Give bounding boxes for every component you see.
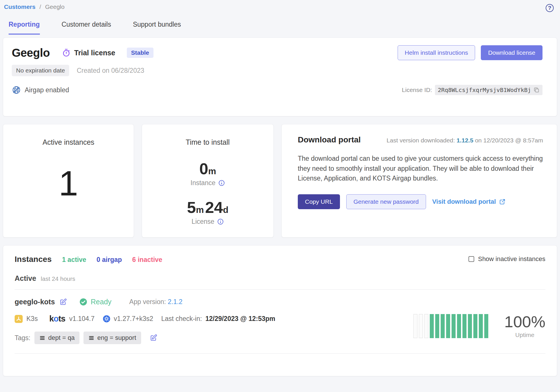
uptime-bar-empty xyxy=(413,314,417,338)
uptime-bar-filled xyxy=(446,314,450,338)
license-type-label: Trial license xyxy=(74,49,115,57)
instance-info-icon[interactable] xyxy=(218,180,225,186)
active-instances-card: Active instances 1 xyxy=(3,124,134,238)
airgap-globe-icon xyxy=(12,85,21,95)
trial-license-icon xyxy=(62,48,71,57)
tab-bar: Reporting Customer details Support bundl… xyxy=(9,21,560,35)
top-header: Customers / Geeglo ? xyxy=(0,0,560,12)
download-portal-title: Download portal xyxy=(298,135,361,144)
license-info-icon[interactable] xyxy=(217,218,224,225)
copy-icon[interactable] xyxy=(533,87,540,93)
uptime-bars xyxy=(413,314,488,338)
help-icon[interactable]: ? xyxy=(546,4,554,12)
uptime-bar-filled xyxy=(452,314,456,338)
last-version-downloaded: Last version downloaded: 1.12.5 on 12/20… xyxy=(386,137,543,144)
show-inactive-checkbox[interactable] xyxy=(468,256,474,262)
edit-tags-icon[interactable] xyxy=(150,334,157,342)
instance-status: Ready xyxy=(91,298,111,306)
instance-time-label: Instance xyxy=(190,179,215,187)
tag-badge: eng = support xyxy=(83,332,141,344)
show-inactive-label: Show inactive instances xyxy=(478,255,545,263)
active-count[interactable]: 1 active xyxy=(62,256,86,264)
time-to-install-card: Time to install 0m Instance 5m 24d Licen… xyxy=(142,124,274,238)
divider xyxy=(15,353,545,354)
ready-check-icon xyxy=(79,298,87,306)
helm-install-button[interactable]: Helm install instructions xyxy=(398,45,475,60)
uptime-bar-filled xyxy=(462,314,466,338)
uptime-bar-filled xyxy=(430,314,434,338)
expiration-badge: No expiration date xyxy=(12,65,69,76)
uptime-bar-filled xyxy=(457,314,461,338)
instance-install-time: 0m xyxy=(142,161,273,177)
tab-customer-details[interactable]: Customer details xyxy=(62,21,111,35)
license-time-label: License xyxy=(192,218,214,226)
active-section-range: last 24 hours xyxy=(41,275,75,282)
tab-support-bundles[interactable]: Support bundles xyxy=(133,21,181,35)
visit-download-portal-link[interactable]: Visit download portal xyxy=(432,198,506,205)
license-card: Geeglo Trial license Stable Helm install… xyxy=(3,38,557,116)
active-instances-value: 1 xyxy=(3,166,134,201)
inactive-count[interactable]: 6 inactive xyxy=(132,256,162,264)
uptime-bar-filled xyxy=(473,314,477,338)
download-portal-description: The download portal can be used to give … xyxy=(298,154,543,183)
kots-logo: kots xyxy=(49,314,65,324)
instances-title: Instances xyxy=(15,255,52,264)
tags-label: Tags: xyxy=(15,334,30,342)
uptime-bar-filled xyxy=(468,314,472,338)
uptime-bar-filled xyxy=(441,314,445,338)
k8s-version: v1.27.7+k3s2 xyxy=(114,315,153,323)
uptime-bar-filled xyxy=(435,314,439,338)
tab-reporting[interactable]: Reporting xyxy=(9,21,40,35)
airgap-count[interactable]: 0 airgap xyxy=(97,256,122,264)
generate-password-button[interactable]: Generate new password xyxy=(346,194,426,209)
uptime-bar-empty xyxy=(424,314,428,338)
kots-version: v1.104.7 xyxy=(69,315,94,323)
license-id-label: License ID: xyxy=(402,87,432,93)
download-portal-card: Download portal Last version downloaded:… xyxy=(281,124,557,238)
uptime-bar-filled xyxy=(484,314,488,338)
app-version-label: App version: xyxy=(129,298,166,305)
edit-instance-name-icon[interactable] xyxy=(59,298,67,306)
breadcrumb-customers-link[interactable]: Customers xyxy=(4,3,36,10)
k3s-label: K3s xyxy=(26,315,38,323)
time-to-install-title: Time to install xyxy=(142,138,273,146)
uptime-label: Uptime xyxy=(504,332,545,338)
download-license-button[interactable]: Download license xyxy=(481,45,542,60)
tag-bars-icon xyxy=(39,335,45,341)
license-install-time: 5m 24d xyxy=(142,199,273,215)
uptime-bar-empty xyxy=(419,314,423,338)
created-date: Created on 06/28/2023 xyxy=(77,67,144,75)
airgap-label: Airgap enabled xyxy=(25,86,69,94)
active-instances-title: Active instances xyxy=(3,138,134,146)
uptime-section: 100% Uptime xyxy=(413,308,545,344)
last-checkin-label: Last check-in: xyxy=(161,315,202,323)
kubernetes-icon xyxy=(103,315,110,323)
breadcrumb-separator: / xyxy=(40,3,41,10)
breadcrumb-current: Geeglo xyxy=(45,3,65,10)
last-checkin-value: 12/29/2023 @ 12:53pm xyxy=(205,315,275,323)
app-version-link[interactable]: 2.1.2 xyxy=(168,298,182,305)
copy-url-button[interactable]: Copy URL xyxy=(298,194,340,209)
license-id-badge[interactable]: 2Rq8WLcsjfxqrMysjvB1WodYkBj xyxy=(435,85,542,95)
tag-badge: dept = qa xyxy=(34,332,79,344)
license-id-value: 2Rq8WLcsjfxqrMysjvB1WodYkBj xyxy=(438,87,531,93)
active-section-title: Active xyxy=(15,274,36,283)
uptime-bar-filled xyxy=(479,314,483,338)
tag-bars-icon xyxy=(88,335,94,341)
uptime-value: 100% xyxy=(504,314,545,330)
instances-card: Instances 1 active 0 airgap 6 inactive S… xyxy=(3,245,557,376)
breadcrumb: Customers / Geeglo xyxy=(4,3,65,10)
last-version-link[interactable]: 1.12.5 xyxy=(456,137,473,144)
customer-title: Geeglo xyxy=(12,46,50,59)
external-link-icon xyxy=(499,198,506,205)
channel-badge: Stable xyxy=(127,48,153,58)
instance-row: geeglo-kots Ready App version: xyxy=(15,298,545,344)
show-inactive-toggle[interactable]: Show inactive instances xyxy=(468,255,545,263)
instance-name: geeglo-kots xyxy=(15,298,55,306)
divider xyxy=(15,289,545,290)
k3s-icon xyxy=(15,315,23,323)
